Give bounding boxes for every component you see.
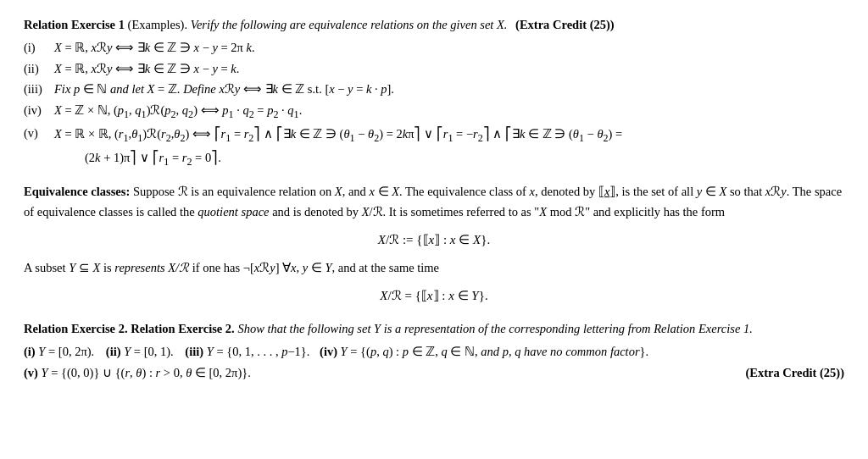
main-content: Relation Exercise 1 (Examples). Verify t… <box>24 15 844 383</box>
exercise1-extra: (Extra Credit (25)) <box>515 18 615 31</box>
exercise2-last-row: (v) Y = {(0, 0)} ∪ {(r, θ) : r > 0, θ ∈ … <box>24 363 844 383</box>
centered-eq1: X/ℛ := {⟦x⟧ : x ∈ X}. <box>24 230 844 250</box>
exercise2-item-iv: (iv) Y = {(p, q) : p ∈ ℤ, q ∈ ℕ, and p, … <box>320 345 648 358</box>
roman-i: (i) <box>24 38 54 57</box>
exercise2-items: (i) Y = [0, 2π). (ii) Y = [0, 1). (iii) … <box>24 342 844 362</box>
item-i: (i) X = ℝ, xℛy ⟺ ∃k ∈ ℤ ∋ x − y = 2π k. <box>24 38 844 57</box>
eq-classes-paragraph: Equivalence classes: Suppose ℛ is an equ… <box>24 182 844 221</box>
exercise1-subtitle: (Examples). <box>128 18 187 31</box>
exercise2-title-text: Relation Exercise 2. <box>131 322 235 335</box>
item-iv-content: X = ℤ × ℕ, (p1, q1)ℛ(p2, q2) ⟺ p1 · q2 =… <box>54 101 844 123</box>
exercise1-instruction: Verify the following are equivalence rel… <box>191 18 510 31</box>
roman-iii: (iii) <box>24 80 54 98</box>
item-iii: (iii) Fix p ∈ ℕ and let X = ℤ. Define xℛ… <box>24 80 844 98</box>
item-v: (v) X = ℝ × ℝ, (r1,θ1)ℛ(r2,θ2) ⟺ ⎡r1 = r… <box>24 124 844 170</box>
eq-classes-label: Equivalence classes: <box>24 185 130 198</box>
exercise1-header: Relation Exercise 1 (Examples). Verify t… <box>24 15 844 34</box>
item-v-content: X = ℝ × ℝ, (r1,θ1)ℛ(r2,θ2) ⟺ ⎡r1 = r2⎤ ∧… <box>54 124 844 170</box>
exercise1-title: Relation Exercise 1 <box>24 18 125 31</box>
exercise2-header: Relation Exercise 2. Relation Exercise 2… <box>24 319 844 339</box>
item-i-content: X = ℝ, xℛy ⟺ ∃k ∈ ℤ ∋ x − y = 2π k. <box>54 38 844 57</box>
item-iii-content: Fix p ∈ ℕ and let X = ℤ. Define xℛy ⟺ ∃k… <box>54 80 844 98</box>
exercise2-title: Relation Exercise 2. <box>24 322 131 335</box>
centered-eq2: X/ℛ = {⟦x⟧ : x ∈ Y}. <box>24 286 844 306</box>
item-iv: (iv) X = ℤ × ℕ, (p1, q1)ℛ(p2, q2) ⟺ p1 ·… <box>24 101 844 123</box>
roman-v: (v) <box>24 124 54 142</box>
exercise2-item-ii: (ii) Y = [0, 1). <box>106 345 177 358</box>
double-bracket-x: ⟦x⟧ <box>598 185 615 198</box>
item-ii-content: X = ℝ, xℛy ⟺ ∃k ∈ ℤ ∋ x − y = k. <box>54 59 844 78</box>
exercise2-item-v: (v) Y = {(0, 0)} ∪ {(r, θ) : r > 0, θ ∈ … <box>24 363 251 383</box>
roman-iv: (iv) <box>24 101 54 119</box>
exercise2-item-i: (i) Y = [0, 2π). <box>24 345 97 358</box>
exercise2-extra: (Extra Credit (25)) <box>745 363 844 383</box>
roman-ii: (ii) <box>24 59 54 78</box>
exercise2-instruction: Show that the following set Y is a repre… <box>237 322 752 335</box>
item-ii: (ii) X = ℝ, xℛy ⟺ ∃k ∈ ℤ ∋ x − y = k. <box>24 59 844 78</box>
subset-paragraph: A subset Y ⊆ X is represents X/ℛ if one … <box>24 258 844 278</box>
exercise2-item-iii: (iii) Y = {0, 1, . . . , p−1}. <box>185 345 313 358</box>
exercise2-block: Relation Exercise 2. Relation Exercise 2… <box>24 319 844 383</box>
